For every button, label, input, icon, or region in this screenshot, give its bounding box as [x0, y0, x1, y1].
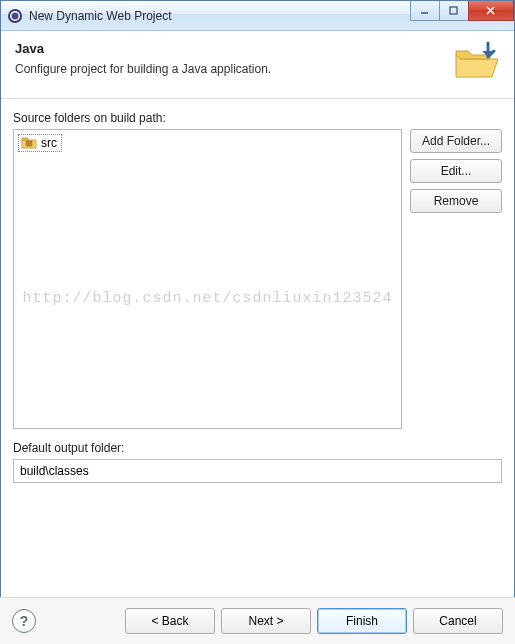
- cancel-button[interactable]: Cancel: [413, 608, 503, 634]
- list-item[interactable]: src: [18, 134, 62, 152]
- window-controls: [411, 1, 514, 21]
- title-bar: New Dynamic Web Project: [1, 1, 514, 31]
- finish-button[interactable]: Finish: [317, 608, 407, 634]
- back-button[interactable]: < Back: [125, 608, 215, 634]
- source-buttons: Add Folder... Edit... Remove: [410, 129, 502, 429]
- source-folders-list[interactable]: src http://blog.csdn.net/csdnliuxin12352…: [13, 129, 402, 429]
- watermark-text: http://blog.csdn.net/csdnliuxin123524: [22, 290, 392, 307]
- minimize-button[interactable]: [410, 1, 440, 21]
- svg-point-2: [12, 12, 19, 19]
- maximize-button[interactable]: [439, 1, 469, 21]
- wizard-content: Source folders on build path: src http:/…: [1, 99, 514, 489]
- source-folders-label: Source folders on build path:: [13, 111, 502, 125]
- wizard-header: Java Configure project for building a Ja…: [1, 31, 514, 99]
- wizard-description: Configure project for building a Java ap…: [15, 62, 500, 76]
- list-item-label: src: [41, 136, 57, 150]
- add-folder-button[interactable]: Add Folder...: [410, 129, 502, 153]
- svg-rect-4: [450, 7, 457, 14]
- output-folder-label: Default output folder:: [13, 441, 502, 455]
- wizard-title: Java: [15, 41, 500, 56]
- folder-open-icon: [450, 37, 502, 89]
- remove-button[interactable]: Remove: [410, 189, 502, 213]
- app-icon: [7, 8, 23, 24]
- wizard-footer: ? < Back Next > Finish Cancel: [0, 597, 515, 644]
- window-title: New Dynamic Web Project: [29, 9, 172, 23]
- next-button[interactable]: Next >: [221, 608, 311, 634]
- edit-button[interactable]: Edit...: [410, 159, 502, 183]
- package-folder-icon: [21, 136, 37, 150]
- output-folder-input[interactable]: [13, 459, 502, 483]
- close-button[interactable]: [468, 1, 514, 21]
- help-icon[interactable]: ?: [12, 609, 36, 633]
